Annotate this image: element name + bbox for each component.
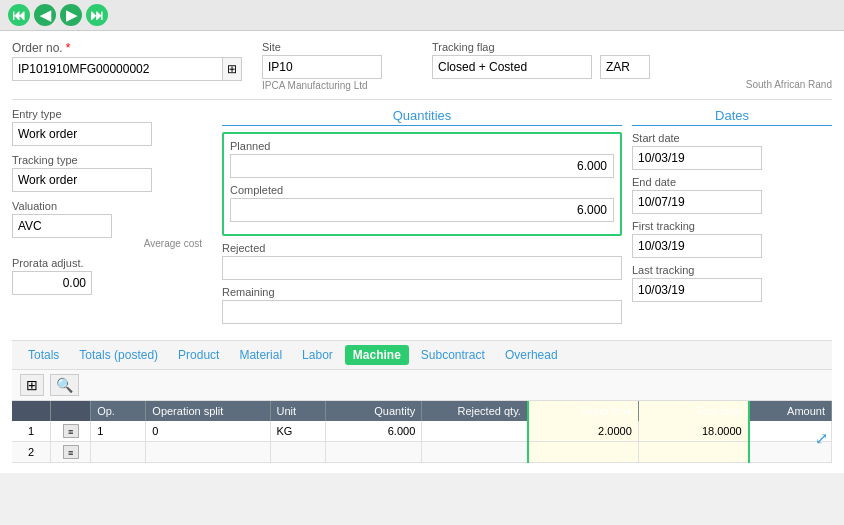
- col-header-icon: [51, 401, 91, 421]
- machine-table: Op. Operation split Unit Quantity Reject…: [12, 401, 832, 463]
- end-date-input[interactable]: [632, 190, 762, 214]
- tracking-type-input[interactable]: [12, 168, 152, 192]
- valuation-label: Valuation: [12, 200, 202, 212]
- order-no-icon[interactable]: ⊞: [223, 57, 242, 81]
- tracking-currency-input[interactable]: [600, 55, 650, 79]
- planned-field: Planned: [230, 140, 614, 178]
- prorata-field: Prorata adjust.: [12, 257, 202, 295]
- tabs-bar: Totals Totals (posted) Product Material …: [12, 340, 832, 370]
- row2-icon[interactable]: ≡: [51, 442, 91, 463]
- table-wrapper: Op. Operation split Unit Quantity Reject…: [12, 401, 832, 463]
- tracking-flag-input[interactable]: [432, 55, 592, 79]
- entry-type-field: Entry type: [12, 108, 202, 146]
- last-button[interactable]: ⏭: [86, 4, 108, 26]
- machine-table-area: ⊞ 🔍 Op. Operation split Unit Quantity Re…: [12, 370, 832, 463]
- dates-title: Dates: [632, 108, 832, 126]
- row1-split: 0: [146, 421, 270, 442]
- row2-doc-icon[interactable]: ≡: [63, 445, 79, 459]
- row1-doc-icon[interactable]: ≡: [63, 424, 79, 438]
- first-tracking-field: First tracking: [632, 220, 832, 258]
- valuation-hint: Average cost: [12, 238, 202, 249]
- entry-type-input[interactable]: [12, 122, 152, 146]
- row2-unit: [270, 442, 325, 463]
- row1-num: 1: [12, 421, 51, 442]
- row2-split: [146, 442, 270, 463]
- end-date-label: End date: [632, 176, 832, 188]
- row1-quantity: 6.000: [325, 421, 422, 442]
- prorata-input[interactable]: [12, 271, 92, 295]
- quantities-highlighted: Planned Completed: [222, 132, 622, 236]
- col-header-setup-time: Setup time: [528, 401, 638, 421]
- tab-material[interactable]: Material: [231, 345, 290, 365]
- row1-unit: KG: [270, 421, 325, 442]
- first-tracking-input[interactable]: [632, 234, 762, 258]
- first-tracking-label: First tracking: [632, 220, 832, 232]
- table-row: 1 ≡ 1 0 KG 6.000 2.0000 18.0000: [12, 421, 832, 442]
- col-header-amount: Amount: [749, 401, 832, 421]
- row2-run-time: [638, 442, 748, 463]
- col-header-num: [12, 401, 51, 421]
- remaining-input[interactable]: [222, 300, 622, 324]
- start-date-input[interactable]: [632, 146, 762, 170]
- main-form: Order no. * ⊞ Site IPCA Manufacturing Lt…: [0, 31, 844, 473]
- next-button[interactable]: ▶: [60, 4, 82, 26]
- col-header-quantity: Quantity: [325, 401, 422, 421]
- tracking-type-field: Tracking type: [12, 154, 202, 192]
- quantities-title: Quantities: [222, 108, 622, 126]
- quantities-section: Quantities Planned Completed Rejected Re…: [212, 108, 632, 330]
- expand-icon[interactable]: ⤢: [815, 429, 828, 448]
- col-header-split: Operation split: [146, 401, 270, 421]
- row2-setup-time: [528, 442, 638, 463]
- row2-rejected-qty: [422, 442, 528, 463]
- tab-labor[interactable]: Labor: [294, 345, 341, 365]
- row2-num: 2: [12, 442, 51, 463]
- tab-totals[interactable]: Totals: [20, 345, 67, 365]
- row1-op: 1: [91, 421, 146, 442]
- tab-overhead[interactable]: Overhead: [497, 345, 566, 365]
- col-header-rejected-qty: Rejected qty.: [422, 401, 528, 421]
- tab-product[interactable]: Product: [170, 345, 227, 365]
- planned-input[interactable]: [230, 154, 614, 178]
- start-date-label: Start date: [632, 132, 832, 144]
- last-tracking-label: Last tracking: [632, 264, 832, 276]
- tracking-flag-label: Tracking flag: [432, 41, 832, 53]
- row2-quantity: [325, 442, 422, 463]
- row1-icon[interactable]: ≡: [51, 421, 91, 442]
- completed-label: Completed: [230, 184, 614, 196]
- last-tracking-field: Last tracking: [632, 264, 832, 302]
- order-no-block: Order no. * ⊞: [12, 41, 242, 81]
- row1-setup-time: 2.0000: [528, 421, 638, 442]
- tab-machine[interactable]: Machine: [345, 345, 409, 365]
- first-button[interactable]: ⏮: [8, 4, 30, 26]
- site-input[interactable]: [262, 55, 382, 79]
- tab-totals-posted[interactable]: Totals (posted): [71, 345, 166, 365]
- rejected-input[interactable]: [222, 256, 622, 280]
- site-label: Site: [262, 41, 412, 53]
- prorata-label: Prorata adjust.: [12, 257, 202, 269]
- valuation-input[interactable]: [12, 214, 112, 238]
- remaining-label: Remaining: [222, 286, 622, 298]
- planned-label: Planned: [230, 140, 614, 152]
- row1-run-time: 18.0000: [638, 421, 748, 442]
- start-date-field: Start date: [632, 132, 832, 170]
- prev-button[interactable]: ◀: [34, 4, 56, 26]
- rejected-label: Rejected: [222, 242, 622, 254]
- tab-subcontract[interactable]: Subcontract: [413, 345, 493, 365]
- entry-type-label: Entry type: [12, 108, 202, 120]
- site-hint: IPCA Manufacturing Ltd: [262, 80, 412, 91]
- table-grid-button[interactable]: ⊞: [20, 374, 44, 396]
- table-row: 2 ≡: [12, 442, 832, 463]
- completed-field: Completed: [230, 184, 614, 222]
- remaining-field: Remaining: [222, 286, 622, 324]
- order-no-input[interactable]: [12, 57, 223, 81]
- currency-hint: South African Rand: [432, 79, 832, 90]
- last-tracking-input[interactable]: [632, 278, 762, 302]
- col-header-op: Op.: [91, 401, 146, 421]
- table-search-button[interactable]: 🔍: [50, 374, 79, 396]
- left-fields: Entry type Tracking type Valuation Avera…: [12, 108, 212, 330]
- end-date-field: End date: [632, 176, 832, 214]
- valuation-field: Valuation Average cost: [12, 200, 202, 249]
- site-block: Site IPCA Manufacturing Ltd: [262, 41, 412, 91]
- dates-section: Dates Start date End date First tracking…: [632, 108, 832, 330]
- completed-input[interactable]: [230, 198, 614, 222]
